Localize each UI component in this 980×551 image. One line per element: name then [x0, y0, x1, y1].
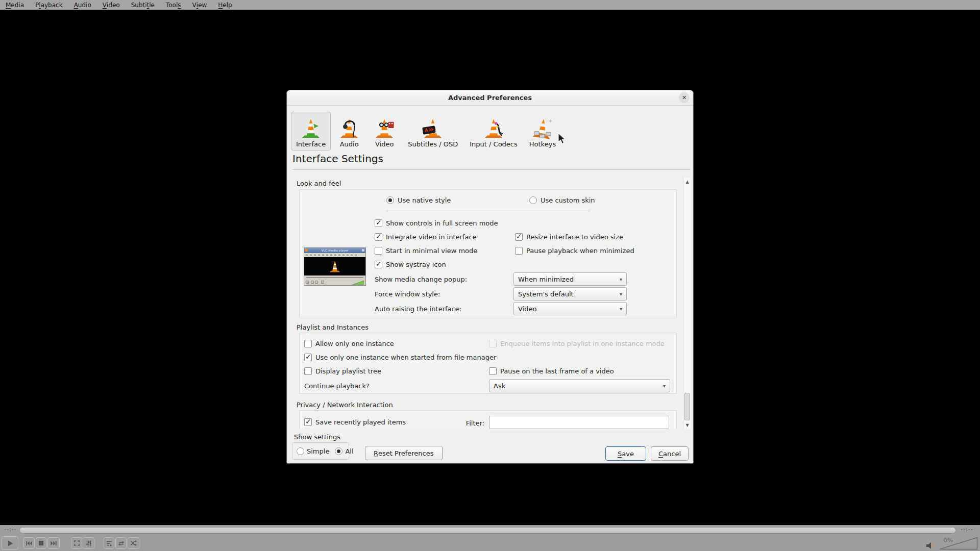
force-window-style-select[interactable]: System's default ▾	[513, 287, 627, 300]
play-button[interactable]	[2, 536, 18, 550]
vlc-preview-thumbnail: VLC media player	[304, 247, 366, 286]
radio-icon[interactable]	[529, 196, 537, 204]
volume-slider[interactable]	[939, 537, 978, 550]
audio-cone-icon	[337, 117, 361, 139]
continue-playback-label: Continue playback?	[304, 382, 370, 390]
radio-all[interactable]: All	[335, 447, 353, 455]
previous-button[interactable]	[23, 537, 35, 549]
checkbox-display-playlist-tree[interactable]: Display playlist tree	[304, 367, 381, 375]
checkbox-icon[interactable]	[375, 261, 382, 268]
checkbox-icon[interactable]	[515, 247, 523, 255]
selected-value: System's default	[518, 290, 574, 298]
look-and-feel-group: Use native style Use custom skin Show co…	[299, 189, 677, 318]
fullscreen-button[interactable]	[71, 537, 82, 549]
preview-video-area	[304, 257, 365, 276]
checkbox-icon[interactable]	[304, 367, 312, 375]
play-icon	[6, 539, 14, 547]
checkbox-allow-one-instance[interactable]: Allow only one instance	[304, 340, 394, 347]
menu-subtitle[interactable]: Subtitle	[126, 0, 160, 10]
menu-help[interactable]: Help	[212, 0, 237, 10]
menu-video[interactable]: Video	[97, 0, 126, 10]
reset-preferences-button[interactable]: Reset Preferences	[365, 446, 443, 460]
chevron-down-icon: ▾	[620, 306, 622, 312]
checkbox-resize-interface[interactable]: Resize interface to video size	[515, 233, 623, 241]
checkbox-icon[interactable]	[489, 367, 497, 375]
dialog-title-bar[interactable]: Advanced Preferences ✕	[287, 90, 693, 106]
random-button[interactable]	[128, 537, 139, 549]
save-button[interactable]: Save	[605, 446, 646, 461]
stop-button[interactable]	[36, 537, 46, 549]
radio-icon[interactable]	[297, 447, 304, 455]
preview-seek-bar	[304, 276, 365, 280]
radio-simple[interactable]: Simple	[297, 447, 329, 455]
extended-settings-button[interactable]	[83, 537, 94, 549]
playlist-instances-group: Allow only one instance Enqueue items in…	[299, 333, 677, 394]
auto-raising-select[interactable]: Video ▾	[513, 302, 627, 315]
dialog-title: Advanced Preferences	[448, 94, 532, 102]
checkbox-icon[interactable]	[304, 354, 312, 361]
filter-input[interactable]	[489, 416, 669, 429]
time-remaining: --:--	[961, 526, 973, 533]
checkbox-pause-last-frame[interactable]: Pause on the last frame of a video	[489, 367, 614, 375]
next-button[interactable]	[47, 537, 60, 549]
radio-use-custom-skin[interactable]: Use custom skin	[529, 196, 595, 204]
continue-playback-select[interactable]: Ask ▾	[489, 379, 670, 392]
category-subtitles-osd[interactable]: Subtitles / OSD	[403, 112, 463, 151]
shuffle-icon	[130, 540, 137, 546]
loop-button[interactable]	[115, 537, 127, 549]
checkbox-enqueue-items: Enqueue items into playlist in one insta…	[489, 340, 665, 347]
style-divider	[386, 211, 591, 211]
checkbox-save-recently-played[interactable]: Save recently played items	[304, 418, 406, 426]
scroll-down-icon[interactable]: ▼	[683, 421, 691, 429]
scroll-up-icon[interactable]: ▲	[683, 178, 691, 186]
menu-playback[interactable]: Playback	[30, 0, 68, 10]
preview-app-icon	[305, 249, 308, 252]
checkbox-one-instance-file-manager[interactable]: Use only one instance when started from …	[304, 354, 496, 361]
radio-icon[interactable]	[335, 447, 342, 455]
input-codecs-cone-icon	[482, 117, 505, 139]
radio-use-native-style[interactable]: Use native style	[386, 196, 451, 204]
checkbox-pause-when-minimized[interactable]: Pause playback when minimized	[515, 247, 634, 255]
category-hotkeys[interactable]: Hotkeys	[524, 112, 561, 151]
cancel-button[interactable]: Cancel	[651, 446, 689, 461]
category-audio[interactable]: Audio	[332, 112, 366, 151]
checkbox-fullscreen-controls[interactable]: Show controls in full screen mode	[375, 219, 498, 227]
selected-value: Ask	[494, 382, 505, 390]
checkbox-icon[interactable]	[375, 219, 382, 227]
media-change-popup-label: Show media change popup:	[375, 276, 467, 283]
player-control-bar: --:-- --:--	[0, 525, 980, 551]
menu-view[interactable]: View	[187, 0, 213, 10]
fullscreen-icon	[74, 540, 80, 546]
menu-media[interactable]: Media	[0, 0, 30, 10]
preview-window-buttons	[362, 249, 364, 252]
playlist-button[interactable]	[104, 537, 114, 549]
menu-bar: Media Playback Audio Video Subtitle Tool…	[0, 0, 980, 10]
menu-audio[interactable]: Audio	[68, 0, 97, 10]
menu-tools[interactable]: Tools	[160, 0, 187, 10]
advanced-preferences-dialog: Advanced Preferences ✕ Interface Audio	[286, 90, 694, 464]
checkbox-icon[interactable]	[304, 340, 312, 347]
checkbox-systray-icon[interactable]: Show systray icon	[375, 261, 446, 268]
checkbox-icon[interactable]	[375, 233, 382, 241]
category-interface[interactable]: Interface	[291, 112, 331, 151]
checkbox-icon[interactable]	[375, 247, 382, 255]
close-button[interactable]: ✕	[679, 92, 690, 103]
checkbox-icon[interactable]	[515, 233, 523, 241]
playlist-icon	[106, 540, 113, 547]
radio-icon[interactable]	[386, 196, 394, 204]
heading-divider	[292, 169, 691, 170]
scrollbar[interactable]: ▲ ▼	[683, 178, 691, 429]
volume-speaker-icon[interactable]	[926, 542, 935, 549]
category-video[interactable]: Video	[368, 112, 401, 151]
section-playlist-instances: Playlist and Instances	[297, 323, 369, 331]
next-icon	[50, 540, 57, 546]
checkbox-integrate-video[interactable]: Integrate video in interface	[375, 233, 477, 241]
checkbox-icon[interactable]	[304, 418, 312, 426]
checkbox-minimal-view[interactable]: Start in minimal view mode	[375, 247, 477, 255]
category-input-codecs[interactable]: Input / Codecs	[464, 112, 523, 151]
show-settings-group: Simple All	[292, 442, 349, 460]
mouse-cursor	[558, 133, 567, 145]
seek-slider[interactable]	[19, 527, 956, 534]
media-change-popup-select[interactable]: When minimized ▾	[513, 272, 627, 286]
scrollbar-thumb[interactable]	[684, 393, 690, 420]
